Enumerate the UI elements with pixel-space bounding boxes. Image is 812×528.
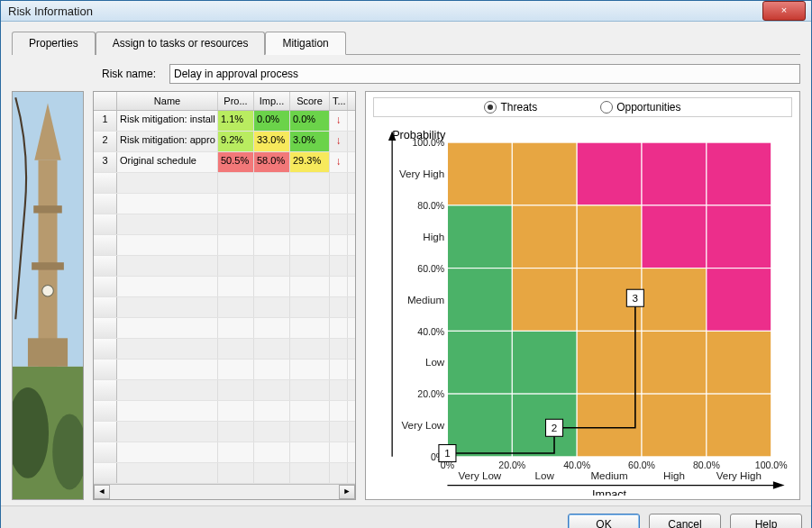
table-row[interactable]: 3Original schedule50.5%58.0%29.3%↓	[94, 152, 355, 173]
grid-header-t[interactable]: T...	[330, 92, 348, 110]
cell-imp[interactable]: 58.0%	[254, 152, 290, 172]
cell-score[interactable]: 0.0%	[290, 111, 330, 131]
cell-threat-icon[interactable]: ↓	[330, 111, 348, 131]
cell-score[interactable]: 29.3%	[290, 152, 330, 172]
cell-imp[interactable]: 33.0%	[254, 132, 290, 151]
scroll-left-icon[interactable]: ◄	[94, 485, 110, 499]
svg-rect-19	[707, 205, 771, 269]
grid-body[interactable]: 1Risk mitigation: install1.1%0.0%0.0%↓2R…	[94, 111, 355, 484]
cell-pro[interactable]: 50.5%	[218, 152, 254, 172]
svg-rect-17	[577, 205, 642, 269]
help-button[interactable]: Help	[730, 514, 802, 528]
cancel-button[interactable]: Cancel	[649, 514, 721, 528]
svg-rect-11	[512, 142, 577, 205]
table-row	[94, 318, 355, 339]
svg-text:Very High: Very High	[716, 469, 762, 481]
tabstrip: Properties Assign to tasks or resources …	[12, 31, 800, 55]
cell-imp[interactable]: 0.0%	[254, 111, 290, 131]
row-number: 1	[94, 111, 117, 131]
svg-rect-14	[707, 142, 771, 205]
grid-header-score[interactable]: Score	[290, 92, 330, 110]
close-button[interactable]: ×	[762, 1, 806, 21]
cell-name[interactable]: Risk mitigation: appro	[117, 132, 218, 151]
svg-text:2: 2	[552, 422, 557, 433]
svg-text:Impact: Impact	[592, 488, 627, 496]
table-row	[94, 339, 355, 360]
radio-threats[interactable]: Threats	[484, 101, 537, 114]
svg-text:20.0%: 20.0%	[498, 460, 525, 470]
table-row	[94, 442, 355, 463]
grid-header-pro[interactable]: Pro...	[218, 92, 254, 110]
svg-rect-21	[512, 269, 577, 332]
svg-text:Very High: Very High	[399, 168, 444, 179]
grid-header-name[interactable]: Name	[117, 92, 218, 110]
svg-text:Low: Low	[535, 469, 555, 481]
scroll-right-icon[interactable]: ►	[339, 485, 355, 499]
cell-threat-icon[interactable]: ↓	[330, 132, 348, 151]
body-columns: Name Pro... Imp... Score T... 1Risk miti…	[12, 91, 800, 500]
svg-text:1: 1	[444, 447, 450, 459]
table-row[interactable]: 1Risk mitigation: install1.1%0.0%0.0%↓	[94, 111, 355, 132]
cell-threat-icon[interactable]: ↓	[330, 152, 348, 172]
close-icon: ×	[781, 5, 787, 15]
svg-rect-10	[447, 142, 512, 205]
svg-marker-36	[773, 481, 785, 488]
row-number: 2	[94, 132, 117, 151]
view-radiobar: Threats Opportunities	[373, 97, 792, 117]
table-row	[94, 297, 355, 318]
svg-rect-24	[707, 269, 771, 332]
svg-text:Low: Low	[425, 356, 445, 368]
table-row	[94, 256, 355, 277]
svg-rect-31	[512, 394, 577, 457]
tab-assign[interactable]: Assign to tasks or resources	[96, 32, 266, 55]
grid-header: Name Pro... Imp... Score T...	[94, 92, 355, 111]
dialog-buttons: OK Cancel Help	[1, 505, 811, 528]
svg-rect-16	[512, 205, 577, 269]
table-row	[94, 380, 355, 401]
table-row	[94, 235, 355, 256]
cell-pro[interactable]: 1.1%	[218, 111, 254, 131]
radio-opportunities-label: Opportunities	[616, 101, 680, 114]
svg-rect-26	[512, 331, 577, 394]
svg-rect-30	[447, 394, 512, 457]
tab-mitigation[interactable]: Mitigation	[265, 32, 345, 55]
svg-rect-34	[707, 394, 771, 457]
cell-name[interactable]: Original schedule	[117, 152, 218, 172]
svg-rect-27	[577, 331, 642, 394]
svg-rect-4	[33, 205, 62, 213]
svg-rect-20	[447, 269, 512, 332]
row-number: 3	[94, 152, 117, 172]
risk-matrix-chart: 0%Very Low20.0%Low40.0%Medium60.0%High80…	[373, 121, 792, 496]
table-row[interactable]: 2Risk mitigation: appro9.2%33.0%3.0%↓	[94, 132, 355, 152]
cell-score[interactable]: 3.0%	[290, 132, 330, 151]
table-row	[94, 463, 355, 484]
svg-text:100.0%: 100.0%	[755, 460, 788, 470]
radio-icon	[484, 101, 497, 114]
svg-rect-33	[642, 394, 707, 457]
svg-rect-29	[707, 331, 771, 394]
mitigation-grid: Name Pro... Imp... Score T... 1Risk miti…	[93, 91, 356, 500]
svg-text:60.0%: 60.0%	[417, 263, 444, 274]
svg-text:3: 3	[633, 292, 638, 304]
grid-hscroll[interactable]: ◄ ►	[94, 484, 355, 499]
svg-rect-12	[577, 142, 642, 205]
tab-properties[interactable]: Properties	[12, 32, 96, 55]
dialog-window: Risk Information × Properties Assign to …	[0, 0, 812, 528]
cell-pro[interactable]: 9.2%	[218, 132, 254, 151]
radio-threats-label: Threats	[500, 101, 537, 114]
svg-text:80.0%: 80.0%	[417, 200, 444, 211]
table-row	[94, 277, 355, 297]
risk-name-row: Risk name:	[102, 64, 800, 84]
svg-rect-7	[28, 338, 68, 367]
svg-text:Very Low: Very Low	[401, 419, 444, 431]
grid-header-rownum	[94, 92, 117, 110]
table-row	[94, 214, 355, 235]
svg-text:Medium: Medium	[590, 469, 627, 481]
cell-name[interactable]: Risk mitigation: install	[117, 111, 218, 131]
table-row	[94, 422, 355, 442]
risk-name-input[interactable]	[169, 64, 800, 84]
radio-opportunities[interactable]: Opportunities	[600, 101, 680, 114]
grid-header-imp[interactable]: Imp...	[254, 92, 290, 110]
matrix-panel: Threats Opportunities 0%Very Low20.0%Low…	[365, 91, 800, 500]
ok-button[interactable]: OK	[568, 514, 640, 528]
